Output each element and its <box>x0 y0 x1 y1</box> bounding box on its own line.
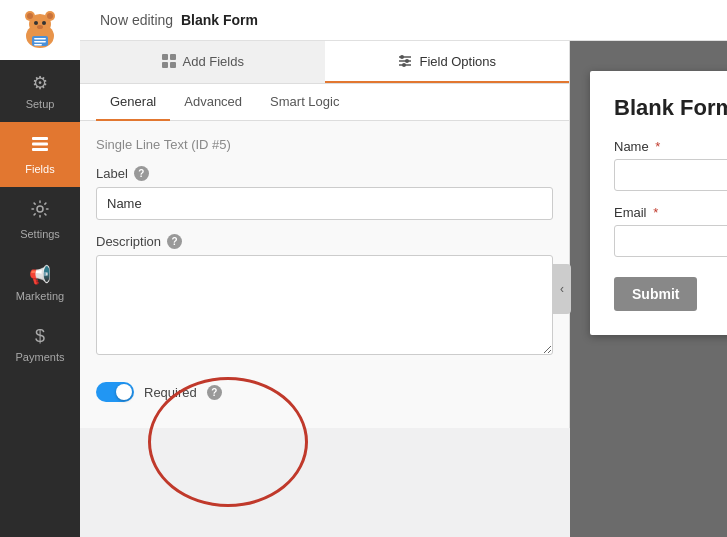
tab-add-fields[interactable]: Add Fields <box>80 41 325 83</box>
preview-label-email-text: Email <box>614 205 647 220</box>
tab-add-fields-label: Add Fields <box>183 54 244 69</box>
svg-point-5 <box>47 13 53 19</box>
svg-rect-16 <box>162 54 168 60</box>
svg-rect-18 <box>162 62 168 68</box>
collapse-panel-button[interactable]: ‹ <box>553 264 571 314</box>
tab-field-options[interactable]: Field Options <box>325 41 570 83</box>
topbar-prefix: Now editing <box>100 12 173 28</box>
required-row: Required ? <box>96 372 553 412</box>
sidebar-item-payments[interactable]: $ Payments <box>0 314 80 375</box>
sidebar-item-label-setup: Setup <box>26 98 55 110</box>
add-fields-tab-icon <box>161 53 177 69</box>
setup-icon: ⚙ <box>32 72 48 94</box>
svg-point-23 <box>400 55 404 59</box>
label-help-icon[interactable]: ? <box>134 166 149 181</box>
content-row: Add Fields Field Options <box>80 41 727 537</box>
svg-rect-17 <box>170 54 176 60</box>
svg-rect-13 <box>32 137 48 140</box>
sidebar-item-label-payments: Payments <box>16 351 65 363</box>
field-type-name: Single Line Text <box>96 137 188 152</box>
preview-required-star-email: * <box>650 205 659 220</box>
logo <box>0 0 80 60</box>
svg-rect-10 <box>34 38 46 40</box>
field-options-panel: Single Line Text (ID #5) Label ? <box>80 121 569 428</box>
main-area: Now editing Blank Form Add Fields <box>80 0 727 537</box>
tab-bar: Add Fields Field Options <box>80 41 569 84</box>
sidebar-item-setup[interactable]: ⚙ Setup <box>0 60 80 122</box>
preview-required-star-name: * <box>652 139 661 154</box>
svg-rect-15 <box>32 148 48 151</box>
required-help-icon[interactable]: ? <box>207 385 222 400</box>
preview-field-name: Name * <box>614 139 727 191</box>
required-toggle[interactable] <box>96 382 134 402</box>
fields-icon <box>30 134 50 159</box>
bear-logo-icon <box>18 8 62 52</box>
preview-label-email: Email * <box>614 205 727 220</box>
form-preview-card: Blank Form Name * Email * Submit <box>590 71 727 335</box>
sidebar-item-marketing[interactable]: 📢 Marketing <box>0 252 80 314</box>
svg-rect-12 <box>34 44 42 46</box>
field-id: (ID #5) <box>191 137 231 152</box>
sub-tab-smart-logic-label: Smart Logic <box>270 94 339 109</box>
svg-point-7 <box>42 21 46 25</box>
description-field-label: Description ? <box>96 234 553 249</box>
label-text: Label <box>96 166 128 181</box>
left-panel: Add Fields Field Options <box>80 41 570 428</box>
label-input[interactable] <box>96 187 553 220</box>
preview-label-name: Name * <box>614 139 727 154</box>
svg-point-6 <box>34 21 38 25</box>
preview-label-name-text: Name <box>614 139 649 154</box>
svg-point-8 <box>37 25 43 29</box>
preview-input-name <box>614 159 727 191</box>
marketing-icon: 📢 <box>29 264 51 286</box>
description-textarea[interactable] <box>96 255 553 355</box>
toggle-thumb <box>116 384 132 400</box>
form-preview-title: Blank Form <box>614 95 727 121</box>
svg-rect-11 <box>34 41 46 43</box>
sidebar: ⚙ Setup Fields Settings 📢 Marketing $ Pa… <box>0 0 80 537</box>
preview-field-email: Email * <box>614 205 727 257</box>
sub-tab-advanced-label: Advanced <box>184 94 242 109</box>
required-label: Required <box>144 385 197 400</box>
svg-rect-19 <box>170 62 176 68</box>
description-help-icon[interactable]: ? <box>167 234 182 249</box>
sidebar-item-settings[interactable]: Settings <box>0 187 80 252</box>
label-group: Label ? <box>96 166 553 220</box>
label-field-label: Label ? <box>96 166 553 181</box>
preview-input-email <box>614 225 727 257</box>
description-group: Description ? <box>96 234 553 358</box>
payments-icon: $ <box>35 326 45 347</box>
svg-rect-14 <box>32 143 48 146</box>
sub-tab-general[interactable]: General <box>96 84 170 121</box>
sidebar-item-label-settings: Settings <box>20 228 60 240</box>
description-text: Description <box>96 234 161 249</box>
sub-tab-general-label: General <box>110 94 156 109</box>
sidebar-item-label-fields: Fields <box>25 163 54 175</box>
form-preview-panel: Blank Form Name * Email * Submit <box>570 41 727 537</box>
settings-icon <box>30 199 50 224</box>
sidebar-item-fields[interactable]: Fields <box>0 122 80 187</box>
svg-point-24 <box>405 59 409 63</box>
field-options-tab-icon <box>397 53 413 69</box>
left-panel-wrapper: Add Fields Field Options <box>80 41 570 537</box>
topbar-form-name: Blank Form <box>181 12 258 28</box>
svg-point-25 <box>402 63 406 67</box>
topbar: Now editing Blank Form <box>80 0 727 41</box>
sidebar-item-label-marketing: Marketing <box>16 290 64 302</box>
tab-field-options-label: Field Options <box>419 54 496 69</box>
sub-tab-smart-logic[interactable]: Smart Logic <box>256 84 353 121</box>
collapse-icon: ‹ <box>560 282 564 296</box>
sub-tabs: General Advanced Smart Logic <box>80 84 569 121</box>
svg-point-4 <box>27 13 33 19</box>
field-type-label: Single Line Text (ID #5) <box>96 137 553 152</box>
preview-submit-button[interactable]: Submit <box>614 277 697 311</box>
sub-tab-advanced[interactable]: Advanced <box>170 84 256 121</box>
